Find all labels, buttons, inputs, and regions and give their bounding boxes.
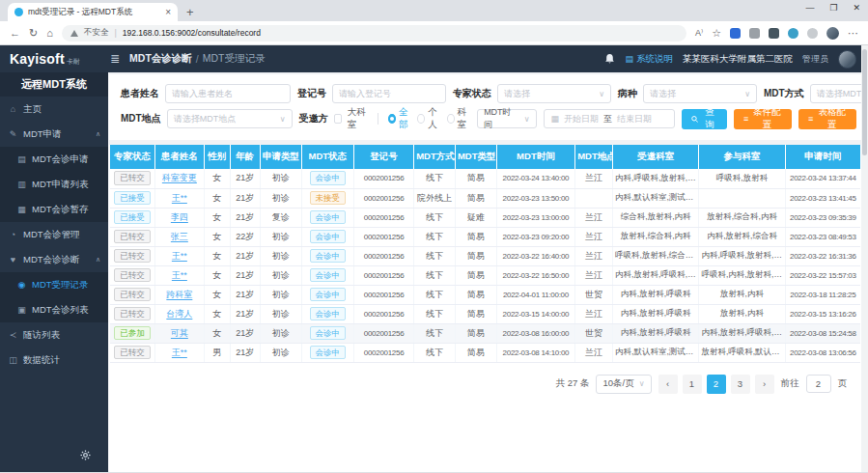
patient-name-link[interactable]: 王** xyxy=(172,348,187,357)
extension-icon[interactable] xyxy=(807,28,818,39)
collapse-sidebar-icon[interactable]: ≣ xyxy=(110,52,120,66)
sidebar-item-2[interactable]: ▤MDT会诊申请 xyxy=(0,147,108,172)
page-size-select[interactable]: 10条/页 ∨ xyxy=(596,375,651,394)
table-row: 已转交王**女21岁初诊会诊中0002001256线下简易2022-03-22 … xyxy=(110,265,860,285)
patient-name-link[interactable]: 台湾人 xyxy=(166,309,192,319)
search-button[interactable]: 查询 xyxy=(682,109,727,129)
expert-status-cell: 已转交 xyxy=(110,265,155,285)
radio-all[interactable]: 全部 xyxy=(388,106,411,131)
patient-name-cell: 跨科室 xyxy=(155,285,205,304)
patient-name-link[interactable]: 科室变更 xyxy=(162,173,197,182)
sidebar-item-3[interactable]: ▥MDT申请列表 xyxy=(0,172,108,197)
gear-icon[interactable] xyxy=(80,447,91,464)
scrollbar-thumb[interactable] xyxy=(862,49,867,155)
table-row: 已转交王**男21岁初诊会诊中0002001256线下简易2022-03-08 … xyxy=(110,343,860,362)
sidebar-item-1[interactable]: ✎MDT申请∧ xyxy=(0,122,108,147)
patient-name-link[interactable]: 王** xyxy=(172,251,187,261)
date-range-separator: 至 xyxy=(603,113,612,125)
tab-title: mdt受理记录 - 远程MDT系统 xyxy=(28,7,160,18)
sidebar-item-9[interactable]: ≺随访列表 xyxy=(0,322,108,348)
goto-page-input[interactable] xyxy=(806,375,831,393)
sidebar-item-label: MDT会诊诊断 xyxy=(23,254,80,266)
breadcrumb-section[interactable]: MDT会诊诊断 xyxy=(129,52,192,66)
expert-status-select[interactable]: 请选择 ∨ xyxy=(497,84,611,103)
extension-icon[interactable] xyxy=(788,28,798,39)
next-page-button[interactable]: › xyxy=(755,375,774,394)
table-row: 已转交科室变更女21岁初诊会诊中0002001256线下简易2022-03-24… xyxy=(110,169,860,188)
apply-type-cell: 初诊 xyxy=(260,227,301,246)
expert-status-cell: 已转交 xyxy=(110,246,155,265)
major-dept-checkbox-label: 大科室 xyxy=(348,106,369,131)
expert-status-tag: 已接受 xyxy=(114,191,151,206)
radio-personal[interactable]: 个人 xyxy=(417,106,440,131)
favorite-star-icon[interactable]: ☆ xyxy=(712,27,721,40)
page-button-2[interactable]: 2 xyxy=(707,375,726,394)
browser-menu-icon[interactable]: ⋯ xyxy=(848,27,858,40)
sidebar-item-10[interactable]: ◫数据统计 xyxy=(0,348,108,373)
window-minimize-button[interactable]: — xyxy=(805,3,814,13)
patient-name-link[interactable]: 王** xyxy=(172,270,187,280)
sidebar-item-4[interactable]: ▦MDT会诊暂存 xyxy=(0,197,108,222)
browser-tab[interactable]: mdt受理记录 - 远程MDT系统 × xyxy=(8,3,178,21)
url-text: 192.168.0.156:9002/consultate/record xyxy=(123,28,261,38)
page-button-1[interactable]: 1 xyxy=(683,375,702,394)
extension-icon[interactable] xyxy=(749,28,760,39)
date-range-picker[interactable]: ▦ 开始日期 至 结束日期 xyxy=(544,109,675,128)
table-config-button[interactable]: ≡ 表格配置 xyxy=(798,109,856,129)
time-field-select[interactable]: MDT时间 ∨ xyxy=(477,109,536,128)
sidebar-item-8[interactable]: ▣MDT会诊列表 xyxy=(0,297,108,322)
sidebar-item-0[interactable]: ⌂主页 xyxy=(0,97,108,122)
new-tab-button[interactable]: + xyxy=(186,6,194,18)
radio-dept[interactable]: 科室 xyxy=(447,106,470,131)
filter-panel: 患者姓名 登记号 专家状态 请选择 ∨ xyxy=(109,74,868,145)
patient-name-link[interactable]: 李四 xyxy=(171,212,188,222)
refresh-icon[interactable]: ↻ xyxy=(29,28,38,39)
joined-depts-cell: 呼吸科,内科,放射科,影像科 xyxy=(699,265,785,285)
reg-no-input[interactable] xyxy=(332,84,446,103)
window-maximize-button[interactable]: ❐ xyxy=(829,3,837,13)
apply-type-cell: 复诊 xyxy=(260,208,301,227)
sidebar-item-5[interactable]: ◔MDT会诊管理 xyxy=(0,222,108,247)
user-avatar[interactable] xyxy=(838,50,856,69)
notification-bell-icon[interactable] xyxy=(604,53,615,65)
reg-no-cell: 0002001256 xyxy=(353,343,413,362)
sidebar-item-7[interactable]: ◉MDT受理记录 xyxy=(0,272,108,297)
prev-page-button[interactable]: ‹ xyxy=(658,375,678,394)
invited-depts-cell: 放射科,综合科,内科 xyxy=(613,227,699,246)
reg-no-label: 登记号 xyxy=(297,87,326,100)
major-dept-checkbox[interactable] xyxy=(334,114,342,124)
joined-depts-cell: 内科,呼吸科,放射科,综合科 xyxy=(699,246,785,265)
patient-name-cell: 王** xyxy=(155,343,205,362)
page-button-3[interactable]: 3 xyxy=(731,375,750,394)
extension-icon[interactable] xyxy=(730,28,741,39)
sidebar-item-6[interactable]: ♥MDT会诊诊断∧ xyxy=(0,247,108,272)
joined-depts-cell: 放射科,内科 xyxy=(699,304,785,323)
mdt-place-select[interactable]: 请选择MDT地点 ∨ xyxy=(167,109,293,128)
shield-icon: ▣ xyxy=(16,305,27,315)
mdt-type-cell: 简易 xyxy=(455,246,496,265)
patient-name-link[interactable]: 王** xyxy=(172,193,187,203)
system-help-link[interactable]: ▤ 系统说明 xyxy=(625,53,673,66)
patient-name-link[interactable]: 张三 xyxy=(171,232,188,241)
reg-no-cell: 0002001256 xyxy=(353,246,413,265)
page-scrollbar[interactable] xyxy=(861,45,868,472)
mdt-mode-select[interactable]: 请选择MDT方式 ∨ xyxy=(810,84,868,103)
browser-profile-avatar[interactable] xyxy=(826,27,839,40)
back-icon[interactable]: ← xyxy=(10,28,20,39)
read-aloud-icon[interactable]: A⁾ xyxy=(695,28,703,38)
url-bar[interactable]: 不安全 | 192.168.0.156:9002/consultate/reco… xyxy=(62,25,686,42)
list-icon: ▥ xyxy=(16,180,27,189)
age-cell: 21岁 xyxy=(230,285,260,304)
patient-name-link[interactable]: 跨科室 xyxy=(166,290,192,299)
extension-icon[interactable] xyxy=(769,28,779,39)
window-close-button[interactable]: ✕ xyxy=(853,3,860,13)
patient-name-input[interactable] xyxy=(165,84,291,103)
home-icon[interactable]: ⌂ xyxy=(46,28,53,39)
sidebar-menu: ⌂主页✎MDT申请∧▤MDT会诊申请▥MDT申请列表▦MDT会诊暂存◔MDT会诊… xyxy=(0,97,108,373)
apply-time-cell: 2022-03-18 11:28:25 xyxy=(785,285,860,304)
disease-select[interactable]: 请选择 ∨ xyxy=(643,84,757,103)
patient-name-link[interactable]: 可其 xyxy=(171,328,188,338)
tab-close-icon[interactable]: × xyxy=(165,8,171,17)
table-row: 已参加可其女21岁初诊会诊中0002001256线下简易2022-03-08 1… xyxy=(110,323,860,343)
condition-config-button[interactable]: ≡ 条件配置 xyxy=(734,109,792,129)
